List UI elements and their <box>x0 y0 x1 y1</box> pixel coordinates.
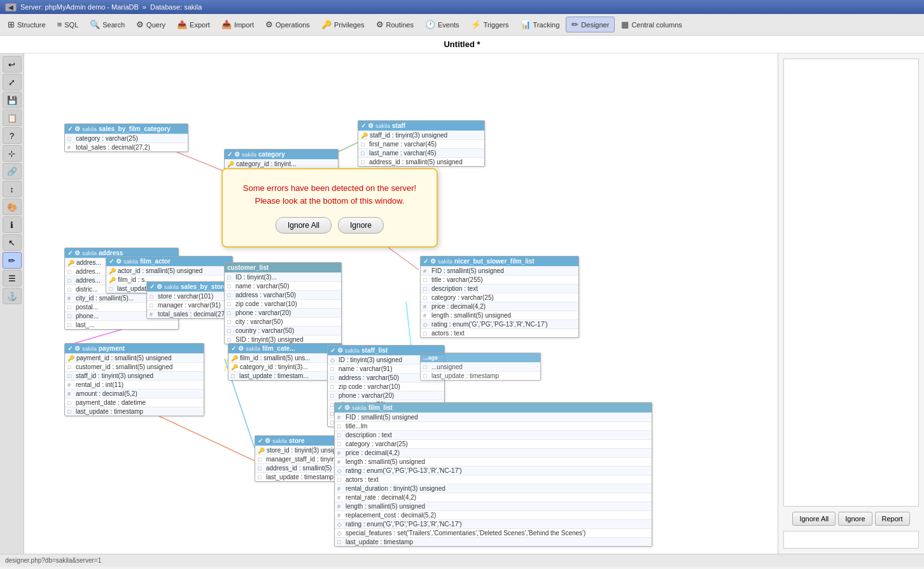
table-header-category[interactable]: ✓ ⚙ sakila category <box>225 150 338 159</box>
table-row: □ category : varchar(25) <box>421 293 578 302</box>
table-payment[interactable]: ✓ ⚙ sakila payment 🔑 payment_id : smalli… <box>64 343 204 416</box>
table-row: □ category : varchar(25) <box>335 439 652 448</box>
sql-icon: ≡ <box>57 20 62 29</box>
table-row: □ SID : tinyint(3) unsigned <box>225 335 341 344</box>
table-row: # length : smallint(5) unsigned <box>335 457 652 466</box>
table-staff[interactable]: ✓ ⚙ sakila staff 🔑 staff_id : tinyint(3)… <box>358 120 485 167</box>
table-partial-view[interactable]: ...age □ ...unsigned □ last_update : tim… <box>420 353 541 381</box>
sidebar-help[interactable]: ? <box>3 127 22 144</box>
right-ignore-button[interactable]: Ignore <box>838 512 872 526</box>
table-header-sales-by-film-category[interactable]: ✓ ⚙ sakila sales_by_film_category <box>65 124 188 134</box>
sidebar-fit[interactable]: ⤢ <box>3 74 22 90</box>
table-row: □ first_name : varchar(45) <box>358 139 484 148</box>
table-row: □ city : varchar(50) <box>225 317 341 326</box>
table-row: □ last_update : timestam... <box>228 371 342 380</box>
table-customer-list[interactable]: customer_list □ ID : tinyint(3)... □ nam… <box>224 262 342 344</box>
field-icon: □ <box>330 393 337 399</box>
table-sales-by-film-category[interactable]: ✓ ⚙ sakila sales_by_film_category □ cate… <box>64 123 188 152</box>
field-icon: ◇ <box>423 321 430 328</box>
table-film-list[interactable]: ✓ ⚙ sakila film_list # FID : smallint(5)… <box>334 402 652 547</box>
field-icon: ◇ <box>337 530 344 537</box>
page-title: Untitled * <box>444 39 480 49</box>
field-icon: □ <box>227 283 234 290</box>
menu-import-label: Import <box>234 21 254 29</box>
table-header-partial[interactable]: ...age <box>421 353 540 362</box>
table-row: 🔑 actor_id : smallint(5) unsigned <box>106 266 232 275</box>
menu-privileges[interactable]: 🔑 Privileges <box>316 17 370 32</box>
menu-routines[interactable]: ⚙ Routines <box>371 17 419 32</box>
sidebar-designer-active[interactable]: ✏ <box>3 252 22 269</box>
menu-central-columns[interactable]: ▦ Central columns <box>616 17 687 32</box>
menu-structure[interactable]: ⊞ Structure <box>3 17 51 32</box>
search-icon: 🔍 <box>90 20 100 29</box>
canvas-area[interactable]: ✓ ⚙ sakila sales_by_film_category □ cate… <box>24 53 778 554</box>
menu-tracking[interactable]: 📊 Tracking <box>515 17 565 32</box>
table-row: # rental_id : int(11) <box>65 380 204 389</box>
table-header-film-actor[interactable]: ✓ ⚙ sakila film_actor <box>106 256 232 266</box>
table-header-film-category[interactable]: ✓ ⚙ sakila film_cate... <box>228 344 342 353</box>
sidebar-snap[interactable]: ⊹ <box>3 145 22 162</box>
field-icon: # <box>423 268 430 274</box>
back-button[interactable]: ◀ <box>5 3 17 11</box>
right-ignore-all-button[interactable]: Ignore All <box>792 512 836 526</box>
menu-operations-label: Operations <box>276 21 310 29</box>
title-bar: ◀ Server: phpMyAdmin demo - MariaDB » Da… <box>0 0 924 14</box>
menu-search[interactable]: 🔍 Search <box>85 17 130 32</box>
table-row: □ zip code : varchar(10) <box>328 382 444 391</box>
sidebar-pointer[interactable]: ↖ <box>3 234 22 251</box>
menu-query[interactable]: ⚙ Query <box>131 17 171 32</box>
right-panel-buttons: Ignore All Ignore Report <box>783 512 919 526</box>
table-header-customer-list[interactable]: customer_list <box>225 263 341 272</box>
table-row: # total_sales : decimal(27,2) <box>65 143 188 151</box>
field-icon: □ <box>227 292 234 299</box>
right-panel-input[interactable] <box>783 531 919 549</box>
sidebar-link[interactable]: 🔗 <box>3 163 22 179</box>
table-header-payment[interactable]: ✓ ⚙ sakila payment <box>65 344 204 353</box>
menu-sql[interactable]: ≡ SQL <box>52 17 84 32</box>
field-icon: # <box>337 512 344 519</box>
field-icon: □ <box>67 400 74 406</box>
field-icon: # <box>337 503 344 510</box>
sidebar-save[interactable]: 💾 <box>3 92 22 108</box>
dialog-ignore-button[interactable]: Ignore <box>338 217 384 234</box>
menu-operations[interactable]: ⚙ Operations <box>260 17 315 32</box>
field-icon: □ <box>423 373 430 379</box>
field-icon: □ <box>67 364 74 370</box>
field-icon: □ <box>227 337 234 343</box>
table-row: □ zip code : varchar(10) <box>225 299 341 308</box>
menu-designer[interactable]: ✏ Designer <box>566 17 615 32</box>
table-row: □ actors : text <box>421 328 578 337</box>
menu-triggers[interactable]: ⚡ Triggers <box>466 17 514 32</box>
table-header-film-list[interactable]: ✓ ⚙ sakila film_list <box>335 403 652 412</box>
privileges-icon: 🔑 <box>321 20 332 29</box>
right-report-button[interactable]: Report <box>875 512 910 526</box>
operations-icon: ⚙ <box>265 20 273 29</box>
dialog-ignore-all-button[interactable]: Ignore All <box>276 217 332 234</box>
central-columns-icon: ▦ <box>621 20 629 29</box>
key-icon: 🔑 <box>109 277 116 283</box>
table-film-category[interactable]: ✓ ⚙ sakila film_cate... 🔑 film_id : smal… <box>228 343 342 381</box>
menu-sql-label: SQL <box>64 21 78 29</box>
status-url: designer.php?db=sakila&server=1 <box>5 557 101 564</box>
sidebar-add-table[interactable]: 📋 <box>3 109 22 126</box>
menu-events[interactable]: 🕐 Events <box>420 17 465 32</box>
menu-export[interactable]: 📤 Export <box>172 17 215 32</box>
sidebar-orientation[interactable]: ↕ <box>3 181 22 197</box>
table-row: 🔑 category_id : tinyint(3)... <box>228 362 342 371</box>
field-icon: □ <box>67 373 74 379</box>
field-icon: □ <box>67 304 74 311</box>
field-icon: □ <box>227 328 234 334</box>
menu-import[interactable]: 📥 Import <box>216 17 259 32</box>
sidebar-list[interactable]: ☰ <box>3 270 22 286</box>
field-icon: □ <box>423 277 430 283</box>
sidebar-color[interactable]: 🎨 <box>3 199 22 215</box>
table-nicer-but-slower-film-list[interactable]: ✓ ⚙ sakila nicer_but_slower_film_list # … <box>420 256 579 338</box>
table-header-nicer-but-slower[interactable]: ✓ ⚙ sakila nicer_but_slower_film_list <box>421 256 578 266</box>
sidebar-info[interactable]: ℹ <box>3 216 22 233</box>
sidebar-zoom-out[interactable]: ↩ <box>3 56 22 73</box>
sidebar-anchor[interactable]: ⚓ <box>3 288 22 304</box>
table-header-staff[interactable]: ✓ ⚙ sakila staff <box>358 121 484 130</box>
table-row: # price : decimal(4,2) <box>335 448 652 457</box>
query-icon: ⚙ <box>136 20 144 29</box>
key-icon: 🔑 <box>361 132 368 139</box>
